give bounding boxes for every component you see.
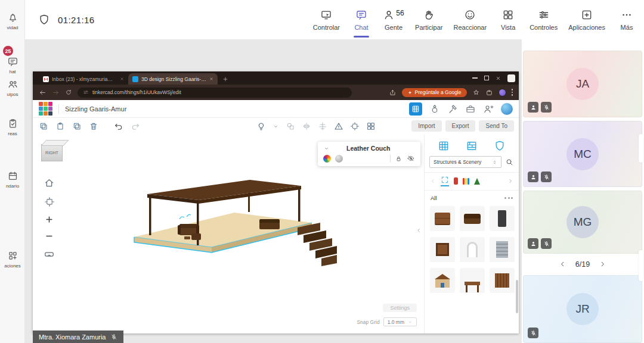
participant-tile[interactable]: JR [523, 275, 642, 343]
close-icon[interactable] [209, 77, 213, 81]
shape-tile[interactable] [490, 206, 515, 231]
home-view-icon[interactable] [44, 177, 55, 189]
tab-search-button[interactable] [507, 74, 515, 82]
zoom-in-icon[interactable] [45, 215, 54, 224]
workplane-icon[interactable] [350, 121, 360, 131]
sidebar-item-calendar[interactable]: ndario [0, 170, 25, 189]
close-window-icon[interactable] [496, 76, 501, 81]
forward-icon[interactable] [52, 89, 60, 96]
tinkercad-logo[interactable] [39, 102, 52, 116]
sidebar-item-activity[interactable]: vidad [0, 12, 25, 30]
sidebar-item-tasks[interactable]: reas [0, 118, 25, 136]
rail-scroll-thumb[interactable] [639, 250, 643, 281]
shape-tile[interactable] [430, 206, 455, 231]
pager-prev-icon[interactable] [559, 260, 566, 268]
people-button[interactable]: 56 Gente [377, 0, 410, 39]
ungroup-icon[interactable] [302, 121, 311, 131]
shape-tile[interactable] [430, 237, 455, 262]
shape-tile[interactable] [460, 268, 485, 293]
browser-profile-avatar[interactable] [499, 89, 506, 96]
copy-icon[interactable] [39, 121, 48, 131]
view-cube[interactable]: RIGHT [41, 144, 63, 161]
maximize-icon[interactable] [484, 76, 489, 80]
design-title[interactable]: Sizzling Gaaris-Amur [65, 105, 126, 113]
3d-canvas[interactable]: RIGHT Leather Couch [33, 135, 424, 333]
duplicate-icon[interactable] [72, 121, 82, 131]
shape-tile[interactable] [490, 237, 515, 262]
chip-crayons[interactable] [463, 178, 469, 185]
collections-shelf-icon[interactable] [466, 140, 478, 152]
rail-scroll-thumb[interactable] [639, 134, 643, 163]
export-button[interactable]: Export [445, 120, 476, 132]
chevron-down-icon[interactable] [273, 123, 279, 130]
bookmark-star-icon[interactable] [472, 89, 480, 96]
snap-grid-select[interactable]: 1.0 mm [383, 317, 417, 326]
browser-tab-gmail[interactable]: Inbox (23) - xlmyzamuria@gm... [39, 73, 128, 85]
shape-tile[interactable] [460, 206, 485, 231]
sendto-button[interactable]: Send To [479, 120, 514, 132]
chip-soda-can[interactable] [454, 177, 458, 185]
redo-icon[interactable] [131, 121, 140, 131]
shape-tile[interactable] [430, 268, 455, 293]
community-shield-icon[interactable] [494, 140, 506, 152]
collapse-panel-icon[interactable] [416, 226, 422, 235]
participant-tile[interactable]: MC [523, 121, 642, 187]
browser-tab-tinkercad[interactable]: 3D design Sizzling Gaaris-Amu... [128, 73, 218, 85]
raise-hand-button[interactable]: Participar [410, 0, 448, 39]
sidebar-item-teams[interactable]: uipos [0, 79, 25, 97]
panel-scrollbar[interactable] [516, 280, 518, 313]
import-button[interactable]: Import [411, 120, 441, 132]
browser-menu-icon[interactable] [512, 89, 513, 96]
sidebar-item-apps[interactable]: aciones [0, 250, 25, 269]
react-button[interactable]: Reaccionar [448, 0, 493, 39]
sidebar-item-chat[interactable]: 25 hat [0, 56, 25, 74]
3d-model-pergola-deck[interactable] [122, 177, 337, 297]
view-button[interactable]: Vista [492, 0, 524, 39]
apps-button[interactable]: Aplicaciones [563, 0, 611, 39]
search-icon[interactable] [505, 158, 514, 167]
ask-google-button[interactable]: Pregúntale a Google [402, 88, 467, 97]
participant-tile[interactable]: MG [523, 191, 642, 254]
undo-icon[interactable] [114, 121, 123, 131]
participant-tile[interactable]: JA [523, 51, 642, 117]
show-all-bulb-icon[interactable] [256, 121, 266, 131]
hammer-icon[interactable] [447, 104, 458, 114]
url-field[interactable]: tinkercad.com/things/h1iUUkavWSj/edit [78, 88, 352, 98]
pager-next-icon[interactable] [599, 260, 606, 268]
zoom-out-icon[interactable] [45, 232, 54, 241]
share-control-button[interactable]: Controlar [308, 0, 345, 39]
chip-expand[interactable] [441, 176, 449, 186]
basic-shapes-icon[interactable] [438, 140, 450, 152]
user-avatar[interactable] [501, 103, 513, 115]
paste-icon[interactable] [55, 121, 65, 131]
more-button[interactable]: Más [611, 0, 643, 39]
invite-person-icon[interactable] [483, 104, 494, 114]
workspace-grid-button[interactable] [409, 102, 422, 116]
close-icon[interactable] [120, 77, 124, 81]
chevron-right-icon[interactable] [507, 178, 513, 184]
back-icon[interactable] [39, 89, 47, 96]
ring-icon[interactable] [429, 104, 440, 114]
section-more-icon[interactable] [504, 197, 513, 199]
minimize-icon[interactable] [472, 77, 478, 79]
delete-icon[interactable] [89, 121, 98, 131]
shape-tile[interactable] [460, 237, 485, 262]
extensions-icon[interactable] [485, 89, 493, 96]
controls-button[interactable]: Controles [524, 0, 563, 39]
chat-button[interactable]: Chat [345, 0, 377, 39]
material-swatch[interactable] [335, 155, 343, 163]
share-icon[interactable] [389, 89, 397, 96]
briefcase-icon[interactable] [465, 104, 476, 114]
lock-icon[interactable] [395, 155, 402, 163]
align-icon[interactable] [318, 121, 327, 131]
fit-view-icon[interactable] [44, 197, 55, 207]
ruler-grid-icon[interactable] [366, 121, 376, 131]
chip-tree[interactable] [474, 178, 480, 185]
refresh-icon[interactable] [65, 89, 72, 96]
category-select[interactable]: Structures & Scenery [429, 156, 501, 168]
chevron-down-icon[interactable] [323, 145, 330, 152]
vr-glasses-icon[interactable] [44, 248, 55, 260]
color-swatch[interactable] [323, 155, 331, 163]
settings-button[interactable]: Settings [383, 304, 417, 312]
shape-tile[interactable] [490, 268, 515, 293]
